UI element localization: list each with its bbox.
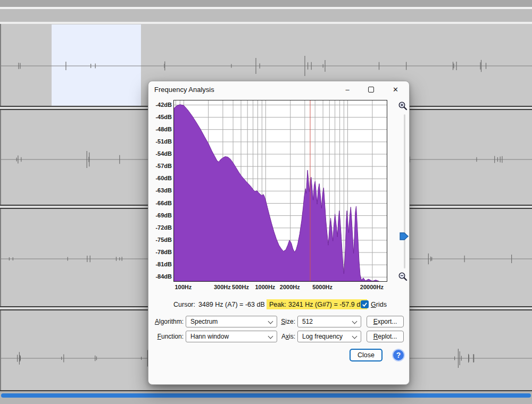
y-tick-label: -45dB bbox=[149, 114, 172, 120]
minimize-button[interactable]: – bbox=[336, 81, 359, 97]
size-dropdown[interactable]: 512 bbox=[297, 316, 361, 327]
axis-dropdown[interactable]: Log frequency bbox=[297, 331, 361, 342]
export-button[interactable]: Export... bbox=[367, 316, 404, 327]
checkmark-icon bbox=[361, 301, 368, 308]
horizontal-scrollbar-thumb[interactable] bbox=[1, 393, 531, 398]
cursor-readout-value: 3489 Hz (A7) = -63 dB bbox=[198, 301, 265, 308]
x-tick-label: 100Hz bbox=[166, 284, 200, 290]
y-tick-label: -84dB bbox=[149, 273, 172, 280]
y-tick-label: -75dB bbox=[149, 237, 172, 243]
axis-value: Log frequency bbox=[302, 333, 343, 340]
x-tick-label: 5000Hz bbox=[305, 284, 339, 290]
y-tick-label: -51dB bbox=[149, 138, 172, 145]
y-tick-label: -69dB bbox=[149, 212, 172, 218]
zoom-in-button[interactable] bbox=[397, 100, 408, 111]
y-tick-label: -66dB bbox=[149, 200, 172, 206]
peak-readout-value: 3241 Hz (G#7) = -57.9 dB bbox=[288, 301, 364, 308]
peak-highlight: Peak: 3241 Hz (G#7) = -57.9 dB bbox=[267, 299, 367, 309]
dialog-title: Frequency Analysis bbox=[154, 86, 214, 94]
help-button[interactable]: ? bbox=[392, 349, 405, 361]
export-button-label: Export... bbox=[373, 318, 397, 325]
close-window-button[interactable]: ✕ bbox=[383, 81, 409, 97]
magnifier-minus-icon bbox=[397, 271, 408, 282]
minimize-icon: – bbox=[345, 86, 349, 94]
dialog-titlebar[interactable]: Frequency Analysis – ✕ bbox=[148, 81, 409, 97]
x-axis-labels: 100Hz300Hz500Hz1000Hz2000Hz5000Hz20000Hz bbox=[148, 284, 409, 292]
chevron-down-icon bbox=[268, 319, 273, 324]
chevron-down-icon bbox=[352, 334, 358, 339]
grids-checkbox-row: Grids bbox=[361, 299, 387, 309]
axis-label: Axis: bbox=[279, 331, 295, 342]
size-label: Size: bbox=[279, 316, 295, 327]
maximize-icon bbox=[368, 87, 374, 92]
function-value: Hann window bbox=[190, 333, 229, 340]
bottom-scrollbar-area bbox=[0, 390, 532, 404]
function-dropdown[interactable]: Hann window bbox=[186, 331, 277, 342]
y-tick-label: -60dB bbox=[149, 175, 172, 181]
audacity-main-window: Frequency Analysis – ✕ -42dB-45dB-48dB-5… bbox=[0, 0, 532, 404]
slider-arrow-icon bbox=[400, 232, 409, 240]
close-button-label: Close bbox=[358, 351, 375, 359]
grids-checkbox[interactable] bbox=[361, 300, 369, 308]
y-tick-label: -42dB bbox=[149, 102, 172, 108]
y-axis-labels: -42dB-45dB-48dB-51dB-54dB-57dB-60dB-63dB… bbox=[149, 100, 172, 281]
zoom-slider-handle[interactable] bbox=[400, 232, 409, 240]
function-label: Function: bbox=[148, 331, 184, 342]
help-icon: ? bbox=[396, 351, 401, 359]
algorithm-value: Spectrum bbox=[190, 318, 218, 325]
replot-button[interactable]: Replot... bbox=[367, 331, 404, 342]
y-tick-label: -48dB bbox=[149, 126, 172, 132]
y-tick-label: -81dB bbox=[149, 261, 172, 267]
chevron-down-icon bbox=[268, 334, 273, 339]
magnifier-plus-icon bbox=[397, 100, 408, 111]
size-value: 512 bbox=[302, 318, 313, 325]
zoom-slider-track[interactable] bbox=[404, 114, 405, 268]
chevron-down-icon bbox=[352, 319, 358, 324]
peak-readout-label: Peak: bbox=[269, 301, 286, 308]
maximize-button[interactable] bbox=[359, 81, 383, 97]
grids-checkbox-label[interactable]: Grids bbox=[371, 301, 387, 308]
algorithm-dropdown[interactable]: Spectrum bbox=[186, 316, 277, 327]
x-tick-label: 2000Hz bbox=[273, 284, 307, 290]
spectrum-plot-canvas bbox=[174, 100, 387, 281]
y-tick-label: -78dB bbox=[149, 249, 172, 255]
close-button[interactable]: Close bbox=[350, 349, 383, 361]
frequency-analysis-dialog: Frequency Analysis – ✕ -42dB-45dB-48dB-5… bbox=[148, 81, 410, 385]
zoom-out-button[interactable] bbox=[397, 271, 408, 282]
y-tick-label: -72dB bbox=[149, 224, 172, 231]
close-icon: ✕ bbox=[393, 86, 398, 94]
replot-button-label: Replot... bbox=[373, 333, 397, 340]
x-tick-label: 20000Hz bbox=[355, 284, 389, 290]
y-tick-label: -54dB bbox=[149, 150, 172, 157]
y-tick-label: -63dB bbox=[149, 187, 172, 193]
algorithm-label: Algorithm: bbox=[148, 316, 184, 327]
spectrum-plot[interactable] bbox=[173, 100, 387, 282]
y-tick-label: -57dB bbox=[149, 163, 172, 169]
cursor-readout-label: Cursor: bbox=[173, 301, 195, 308]
